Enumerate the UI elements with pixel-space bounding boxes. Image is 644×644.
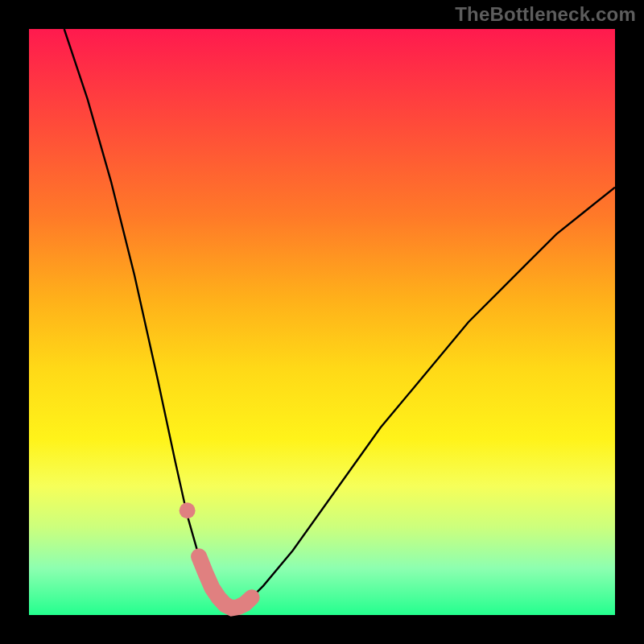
- bottleneck-curve: [64, 29, 615, 609]
- curve-layer: [29, 29, 615, 615]
- plot-area: [29, 29, 615, 615]
- chart-frame: TheBottleneck.com: [0, 0, 644, 644]
- watermark-text: TheBottleneck.com: [455, 3, 636, 26]
- optimal-band: [199, 556, 252, 608]
- optimal-marker-dot: [180, 502, 196, 518]
